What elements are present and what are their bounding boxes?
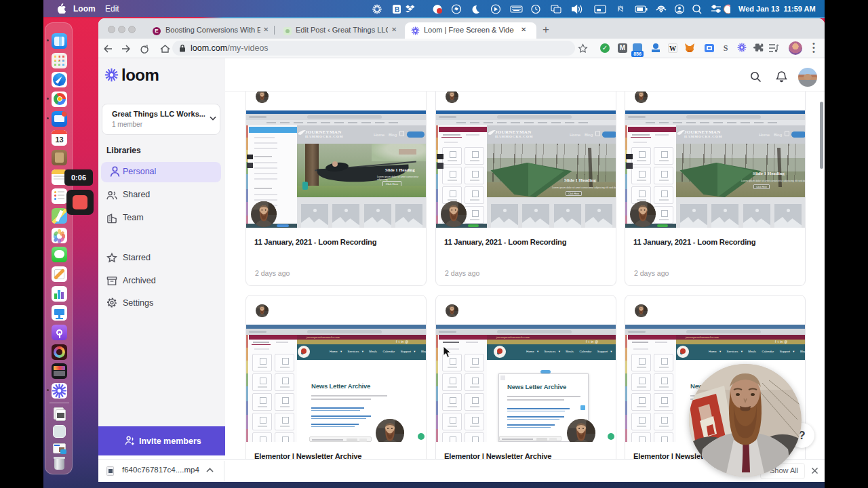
svg-text:B: B (395, 6, 399, 14)
